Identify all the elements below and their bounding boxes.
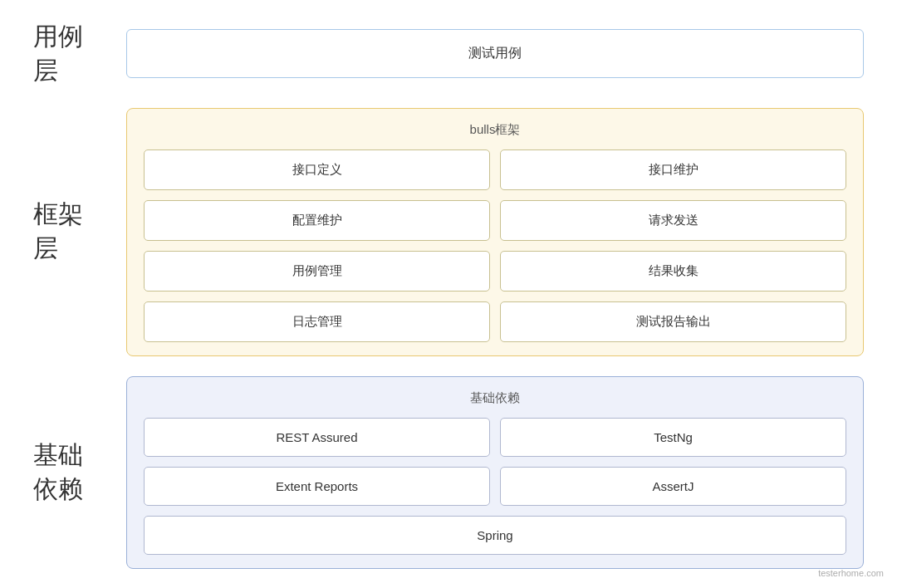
cell-interface-maintain: 接口维护 [500, 149, 846, 190]
cell-testng: TestNg [500, 418, 846, 457]
usecase-label: 用例层 [33, 20, 106, 88]
foundation-label: 基础依赖 [33, 439, 106, 507]
cell-log-manage: 日志管理 [144, 301, 490, 342]
foundation-row: 基础依赖 基础依赖 REST Assured TestNg Extent Rep… [33, 376, 864, 569]
framework-label: 框架层 [33, 198, 106, 266]
framework-grid: 接口定义 接口维护 配置维护 请求发送 用例管理 结果收集 日志 [144, 149, 846, 342]
foundation-grid-2col: REST Assured TestNg Extent Reports Asser… [144, 418, 846, 506]
usecase-row: 用例层 测试用例 [33, 20, 864, 88]
cell-rest-assured: REST Assured [144, 418, 490, 457]
cell-report-output: 测试报告输出 [500, 301, 846, 342]
cell-config-maintain: 配置维护 [144, 200, 490, 241]
watermark: testerhome.com [818, 568, 884, 578]
cell-extent-reports: Extent Reports [144, 467, 490, 506]
usecase-title: 测试用例 [468, 45, 522, 62]
cell-result-collect: 结果收集 [500, 251, 846, 292]
foundation-box: 基础依赖 REST Assured TestNg Extent Reports … [126, 376, 864, 569]
cell-spring: Spring [144, 516, 846, 555]
usecase-box: 测试用例 [126, 29, 864, 78]
cell-case-manage: 用例管理 [144, 251, 490, 292]
framework-row: 框架层 bulls框架 接口定义 接口维护 配置维护 请求发送 用例管理 [33, 108, 864, 356]
framework-box-title: bulls框架 [144, 122, 846, 138]
framework-box: bulls框架 接口定义 接口维护 配置维护 请求发送 用例管理 结 [126, 108, 864, 356]
cell-interface-def: 接口定义 [144, 149, 490, 190]
cell-assertj: AssertJ [500, 467, 846, 506]
foundation-grid-full: Spring [144, 516, 846, 555]
foundation-box-title: 基础依赖 [144, 390, 846, 406]
architecture-diagram: 用例层 测试用例 框架层 bulls框架 接口定义 接口维护 配置维护 请求发送 [25, 3, 872, 586]
cell-request-send: 请求发送 [500, 200, 846, 241]
